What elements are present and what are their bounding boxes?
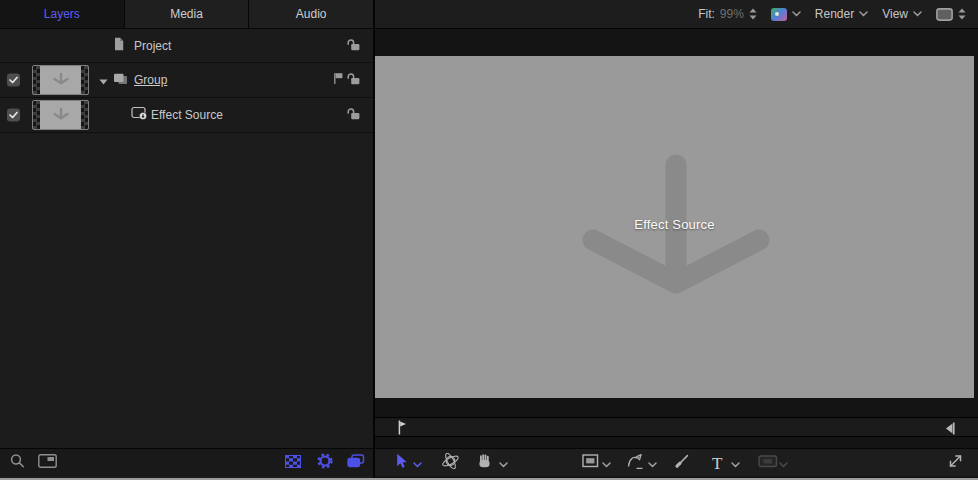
select-arrow-icon[interactable] [395, 453, 408, 473]
disclosure-triangle-icon[interactable] [99, 71, 108, 89]
layer-row-project[interactable]: Project [0, 29, 373, 63]
color-swatch-icon [771, 8, 787, 21]
layer-row-effect-source[interactable]: Effect Source [0, 98, 373, 133]
chevron-down-icon [792, 11, 801, 17]
layer-checkbox[interactable] [7, 109, 20, 122]
tab-audio[interactable]: Audio [249, 0, 373, 28]
checkerboard-icon[interactable] [285, 454, 301, 472]
tab-layers[interactable]: Layers [0, 0, 125, 28]
unlock-icon[interactable] [346, 106, 361, 124]
image-insert-chevron-icon [779, 454, 788, 472]
transform-3d-icon[interactable] [441, 452, 460, 473]
gear-icon[interactable] [317, 453, 333, 473]
bezier-tool-chevron-icon[interactable] [648, 454, 657, 472]
motion-window: Layers Media Audio Project [0, 0, 978, 480]
shape-tool-chevron-icon[interactable] [602, 454, 611, 472]
canvas-stage[interactable]: Effect Source [375, 56, 974, 398]
text-tool-chevron-icon[interactable] [731, 454, 740, 472]
text-tool-icon[interactable]: T [712, 454, 722, 471]
select-tool-chevron-icon[interactable] [413, 454, 422, 472]
hand-icon[interactable] [476, 452, 493, 473]
layer-thumbnail[interactable] [32, 100, 89, 130]
hand-tool-chevron-icon[interactable] [499, 454, 508, 472]
canvas-toolbar: Fit: 99% Render View [375, 0, 978, 29]
layer-name[interactable]: Project [134, 39, 171, 53]
document-icon [113, 37, 125, 55]
search-icon[interactable] [10, 453, 25, 472]
timeline-scrubber[interactable] [375, 417, 978, 437]
effect-source-icon [131, 106, 147, 125]
stepper-icon[interactable] [749, 8, 757, 20]
paint-stroke-icon[interactable] [674, 453, 690, 473]
panel-tabbar: Layers Media Audio [0, 0, 373, 29]
filmstrip-edge [81, 101, 88, 129]
render-menu[interactable]: Render [815, 7, 868, 21]
clone-layers-icon[interactable] [347, 454, 365, 472]
arrow-preview-icon [49, 73, 73, 88]
tab-media[interactable]: Media [125, 0, 250, 28]
layer-checkbox[interactable] [7, 74, 20, 87]
stage-placeholder-label: Effect Source [375, 217, 974, 232]
channel-select[interactable] [771, 8, 801, 21]
unlock-icon[interactable] [346, 71, 361, 89]
view-menu[interactable]: View [882, 7, 922, 21]
layers-panel: Layers Media Audio Project [0, 0, 375, 478]
filmstrip-edge [81, 66, 88, 94]
render-label: Render [815, 7, 854, 21]
expand-icon[interactable] [947, 452, 964, 473]
layer-thumbnail[interactable] [32, 65, 89, 95]
view-label: View [882, 7, 908, 21]
preview-column-icon[interactable] [38, 454, 57, 472]
canvas-panel: Fit: 99% Render View [375, 0, 978, 478]
chevron-down-icon [859, 11, 868, 17]
fit-label: Fit: [698, 7, 715, 21]
rectangle-tool-icon[interactable] [582, 454, 599, 472]
stepper-icon [958, 8, 966, 20]
chevron-down-icon [913, 11, 922, 17]
image-insert-icon [758, 454, 778, 472]
layer-row-group[interactable]: Group [0, 63, 373, 98]
playhead-icon[interactable] [397, 420, 407, 439]
flag-icon[interactable] [333, 71, 344, 89]
layers-panel-footer [0, 448, 373, 476]
zoom-control[interactable]: Fit: 99% [698, 7, 757, 21]
end-marker-icon[interactable] [944, 421, 955, 439]
group-icon [113, 71, 128, 89]
layer-name[interactable]: Effect Source [151, 108, 223, 122]
display-icon [936, 8, 953, 21]
zoom-value[interactable]: 99% [720, 7, 744, 21]
filmstrip-edge [33, 66, 40, 94]
layer-name[interactable]: Group [134, 73, 167, 87]
bezier-tool-icon[interactable] [627, 452, 646, 473]
layer-list: Project [0, 29, 373, 133]
canvas-toolbar-bottom: T [375, 448, 978, 476]
filmstrip-edge [33, 101, 40, 129]
display-select[interactable] [936, 8, 966, 21]
arrow-preview-icon [49, 108, 73, 123]
unlock-icon[interactable] [346, 37, 361, 55]
